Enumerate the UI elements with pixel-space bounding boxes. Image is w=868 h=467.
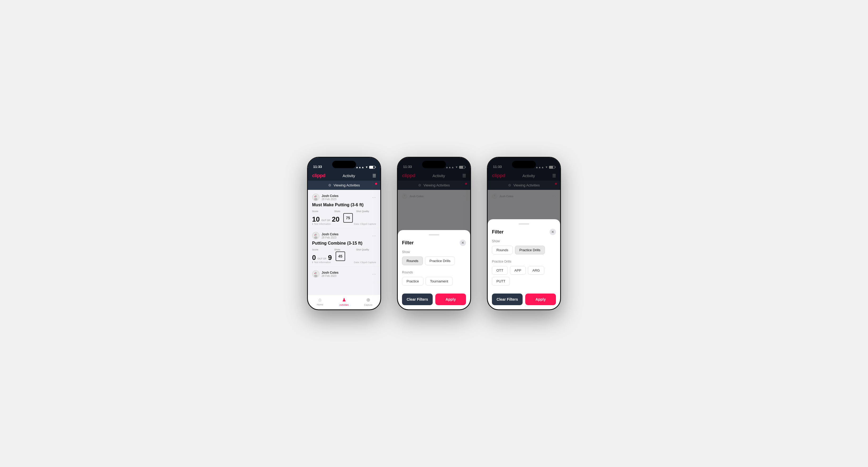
filter-actions-3: Clear Filters Apply <box>492 293 556 305</box>
logo-1: clippd <box>312 173 325 179</box>
svg-point-11 <box>314 273 315 274</box>
apply-btn-3[interactable]: Apply <box>525 293 556 305</box>
app-header-1: clippd Activity ☰ <box>308 171 380 181</box>
viewing-bar-text-1: Viewing Activities <box>334 183 360 187</box>
filter-icon-1: ⚙ <box>328 183 331 187</box>
sq-label-2: Shot Quality <box>356 248 369 251</box>
user-date-3: 28 Feb 2023 <box>321 275 339 277</box>
svg-point-7 <box>314 235 315 236</box>
user-info-3: Josh Coles 28 Feb 2023 <box>312 270 339 278</box>
clear-btn-3[interactable]: Clear Filters <box>492 293 523 305</box>
drag-handle-3 <box>519 223 529 224</box>
screen-1: 11:33 ▲▲▲ ▼ clippd Activity ☰ <box>308 158 380 309</box>
header-title-1: Activity <box>342 174 355 178</box>
out-of-1: OUT OF <box>321 219 330 222</box>
apply-btn-2[interactable]: Apply <box>435 293 466 305</box>
activity-header-1: Josh Coles 28 Feb 2023 ··· <box>312 193 376 201</box>
activity-list-1: Josh Coles 28 Feb 2023 ··· Must Make Put… <box>308 190 380 294</box>
user-info-2: Josh Coles 28 Feb 2023 <box>312 232 339 239</box>
avatar-1 <box>312 193 319 201</box>
tab-activities-1[interactable]: ♟ Activities <box>332 297 356 306</box>
stats-values-2: 0 OUT OF 9 45 <box>312 251 376 261</box>
shots-label-2: Shots <box>334 248 340 251</box>
svg-point-10 <box>314 275 318 277</box>
rounds-buttons-2: Practice Tournament <box>402 277 466 286</box>
tab-home-1[interactable]: ⌂ Home <box>308 297 332 306</box>
app-btn-3[interactable]: APP <box>510 266 526 275</box>
activity-title-2: Putting Combine (3-15 ft) <box>312 241 376 246</box>
capture-label-1: Capture <box>364 304 372 306</box>
show-section-3: Show Rounds Practice Drills <box>492 239 556 254</box>
phones-container: 11:33 ▲▲▲ ▼ clippd Activity ☰ <box>307 157 561 310</box>
activity-item-1: Josh Coles 28 Feb 2023 ··· Must Make Put… <box>308 190 380 228</box>
filter-header-3: Filter ✕ <box>492 229 556 235</box>
test-info-2: ℹ Test Information <box>312 261 331 263</box>
user-info-1: Josh Coles 28 Feb 2023 <box>312 193 339 201</box>
filter-modal-2: Filter ✕ Show Rounds Practice Drills Rou… <box>398 230 470 309</box>
screen-content-2: clippd Activity ☰ ⚙ Viewing Activities <box>398 171 470 309</box>
filter-actions-2: Clear Filters Apply <box>402 293 466 305</box>
capture-icon-1: ⊕ <box>366 297 370 303</box>
more-dots-2[interactable]: ··· <box>372 234 376 238</box>
more-dots-1[interactable]: ··· <box>372 195 376 199</box>
status-time-1: 11:33 <box>313 165 322 169</box>
close-btn-2[interactable]: ✕ <box>460 240 466 246</box>
score-value-2: 0 <box>312 254 316 261</box>
avatar-2 <box>312 232 319 239</box>
signal-icon-1: ▲▲▲ <box>355 165 364 169</box>
activity-title-1: Must Make Putting (3-6 ft) <box>312 203 376 207</box>
user-name-2: Josh Coles <box>321 232 339 236</box>
screen-2: 11:33 ▲▲▲ ▼ clippd Activity ☰ ⚙ Vi <box>398 158 470 309</box>
activity-footer-2: ℹ Test Information Data: Clippd Capture <box>312 261 376 263</box>
sq-badge-2: 45 <box>336 251 345 261</box>
rounds-btn-2[interactable]: Rounds <box>402 256 423 265</box>
user-name-1: Josh Coles <box>321 194 339 198</box>
svg-point-6 <box>314 237 318 239</box>
tournament-btn-2[interactable]: Tournament <box>426 277 453 286</box>
hamburger-icon-1[interactable]: ☰ <box>372 173 376 178</box>
close-btn-3[interactable]: ✕ <box>550 229 556 235</box>
user-name-3: Josh Coles <box>321 271 339 275</box>
phone-3: 11:33 ▲▲▲ ▼ clippd Activity ☰ ⚙ Vi <box>487 157 561 310</box>
sq-value-1: 75 <box>346 216 350 220</box>
practice-drills-btn-2[interactable]: Practice Drills <box>425 256 455 265</box>
stat-labels-2: Score Shots Shot Quality <box>312 248 376 251</box>
screen-content-1: clippd Activity ☰ ⚙ Viewing Activities <box>308 171 380 309</box>
sq-value-2: 45 <box>338 254 342 258</box>
dynamic-island-1 <box>332 161 356 168</box>
sq-label-1: Shot Quality <box>356 210 369 213</box>
data-source-2: Data: Clippd Capture <box>354 261 376 263</box>
arg-btn-3[interactable]: ARG <box>528 266 544 275</box>
dynamic-island-3 <box>512 161 536 168</box>
avatar-3 <box>312 270 319 278</box>
rounds-btn-3[interactable]: Rounds <box>492 246 513 254</box>
filter-title-2: Filter <box>402 240 414 246</box>
ott-btn-3[interactable]: OTT <box>492 266 508 275</box>
show-buttons-3: Rounds Practice Drills <box>492 246 556 254</box>
activity-item-2: Josh Coles 28 Feb 2023 ··· Putting Combi… <box>308 228 380 267</box>
show-section-2: Show Rounds Practice Drills <box>402 250 466 265</box>
stats-values-1: 10 OUT OF 20 75 <box>312 213 376 223</box>
clear-btn-2[interactable]: Clear Filters <box>402 293 433 305</box>
practice-btn-2[interactable]: Practice <box>402 277 424 286</box>
more-dots-3[interactable]: ··· <box>372 272 376 276</box>
wifi-icon-1: ▼ <box>365 165 368 169</box>
user-date-2: 28 Feb 2023 <box>321 236 339 239</box>
activity-header-2: Josh Coles 28 Feb 2023 ··· <box>312 232 376 239</box>
user-date-1: 28 Feb 2023 <box>321 198 339 201</box>
practice-drills-btn-3[interactable]: Practice Drills <box>515 246 545 254</box>
home-icon-1: ⌂ <box>318 297 321 303</box>
phone-2: 11:33 ▲▲▲ ▼ clippd Activity ☰ ⚙ Vi <box>397 157 471 310</box>
activities-icon-1: ♟ <box>342 297 346 303</box>
activity-item-3: Josh Coles 28 Feb 2023 ··· <box>308 267 380 282</box>
putt-btn-3[interactable]: PUTT <box>492 277 510 286</box>
out-of-2: OUT OF <box>317 257 327 260</box>
practice-buttons-3: OTT APP ARG PUTT <box>492 266 556 286</box>
test-info-1: ℹ Test Information <box>312 223 331 225</box>
viewing-bar-1[interactable]: ⚙ Viewing Activities <box>308 181 380 190</box>
practice-section-3: Practice Drills OTT APP ARG PUTT <box>492 260 556 286</box>
screen-content-3: clippd Activity ☰ ⚙ Viewing Activities <box>488 171 560 309</box>
score-label-1: Score <box>312 210 318 213</box>
filter-title-3: Filter <box>492 229 503 235</box>
tab-capture-1[interactable]: ⊕ Capture <box>356 297 380 306</box>
